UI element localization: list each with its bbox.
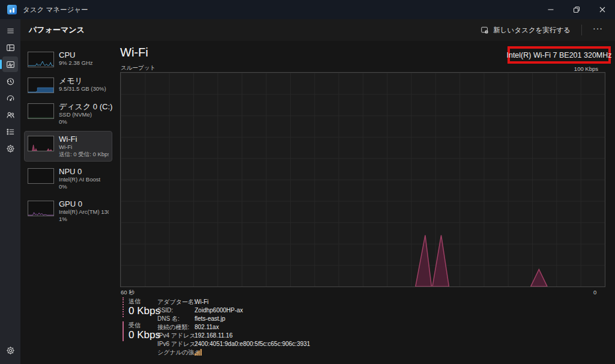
npu-title: NPU 0 (59, 167, 100, 176)
disk-type: SSD (NVMe) (59, 111, 109, 118)
content-header: パフォーマンス 新しいタスクを実行する ··· (20, 19, 615, 41)
sidebar-item-npu0[interactable]: NPU 0 Intel(R) AI Boost 0% (24, 163, 112, 194)
nav-item-users[interactable] (2, 107, 18, 123)
receive-label: 受信 (129, 321, 160, 329)
page-title: パフォーマンス (29, 25, 85, 35)
header-separator (581, 25, 582, 35)
close-icon (598, 5, 607, 14)
receive-value: 0 Kbps (129, 329, 160, 341)
detail-row-ssid: SSID: Zoidhp6000HP-ax (157, 306, 310, 315)
detail-row-ipv4: IPv4 アドレス: 192.168.11.16 (157, 332, 310, 340)
chart-label-throughput: スループット (121, 64, 156, 72)
memory-mini-chart (28, 77, 54, 93)
performance-icon (6, 60, 15, 69)
wifi-title: Wi-Fi (59, 135, 109, 144)
memory-stats: 9.5/31.5 GB (30%) (59, 85, 106, 93)
services-gear-icon (6, 144, 15, 153)
send-stat: 送信 0 Kbps (123, 297, 160, 317)
detail-row-signal-strength: シグナルの強さ: (157, 348, 310, 357)
details-list-icon (6, 127, 15, 136)
adapter-name-text: Intel(R) Wi-Fi 7 BE201 320MHz (506, 51, 611, 59)
run-new-task-icon (480, 26, 489, 34)
gpu-device: Intel(R) Arc(TM) 130V G. (59, 208, 109, 216)
chart-xaxis-left-label: 60 秒 (121, 289, 135, 297)
wifi-detail-panel: Wi-Fi Intel(R) Wi-Fi 7 BE201 320MHz スループ… (114, 41, 615, 364)
sidebar-item-cpu[interactable]: CPU 9% 2.38 GHz (24, 47, 112, 71)
restore-button[interactable] (563, 0, 589, 19)
adapter-name-annotation: Intel(R) Wi-Fi 7 BE201 320MHz (507, 46, 611, 64)
window-title: タスク マネージャー (23, 5, 88, 14)
adapter-details: アダプター名: Wi-Fi SSID: Zoidhp6000HP-ax DNS … (157, 298, 310, 357)
npu-mini-chart (28, 168, 54, 184)
gpu-usage: 1% (59, 216, 109, 223)
users-icon (6, 111, 15, 120)
settings-gear-icon (6, 346, 15, 355)
throughput-chart-svg (121, 73, 605, 287)
panel-title: Wi-Fi (120, 46, 148, 59)
nav-item-services[interactable] (2, 141, 18, 156)
receive-stat: 受信 0 Kbps (123, 321, 160, 341)
wifi-mini-chart (28, 136, 54, 151)
gpu-mini-chart (28, 201, 54, 216)
cpu-title: CPU (59, 50, 93, 59)
restore-icon (572, 5, 581, 14)
processes-icon (6, 43, 15, 52)
history-clock-icon (6, 77, 15, 86)
close-button[interactable] (589, 0, 615, 19)
detail-row-adapter-name: アダプター名: Wi-Fi (157, 298, 310, 306)
menu-button[interactable] (2, 23, 18, 38)
task-manager-window: タスク マネージャー (0, 0, 615, 364)
gpu-title: GPU 0 (59, 199, 109, 208)
cpu-mini-chart (28, 52, 54, 67)
sidebar-item-memory[interactable]: メモリ 9.5/31.5 GB (30%) (24, 73, 112, 97)
detail-row-ipv6: IPv6 アドレス: 2400:4051:9da0:e800:5f5c:c65c… (157, 340, 310, 348)
startup-gauge-icon (6, 94, 15, 103)
chart-xaxis-right-label: 0 (593, 289, 596, 296)
send-value: 0 Kbps (129, 305, 160, 317)
disk-usage: 0% (59, 118, 109, 126)
npu-device: Intel(R) AI Boost (59, 176, 100, 183)
titlebar: タスク マネージャー (0, 0, 615, 19)
throughput-stats: 送信 0 Kbps 受信 0 Kbps (123, 297, 160, 345)
nav-item-processes[interactable] (2, 40, 18, 55)
run-new-task-label: 新しいタスクを実行する (493, 26, 571, 35)
throughput-chart (120, 72, 605, 287)
nav-item-performance[interactable] (2, 56, 18, 72)
memory-title: メモリ (59, 76, 106, 85)
nav-item-startup-apps[interactable] (2, 90, 18, 106)
cpu-stats: 9% 2.38 GHz (59, 59, 93, 67)
sidebar-item-disk0[interactable]: ディスク 0 (C:) SSD (NVMe) 0% (24, 99, 112, 129)
minimize-icon (547, 5, 555, 14)
sidebar-item-wifi[interactable]: Wi-Fi Wi-Fi 送信: 0 受信: 0 Kbps (24, 131, 112, 162)
disk-title: ディスク 0 (C:) (59, 102, 109, 111)
performance-sidebar: CPU 9% 2.38 GHz メモリ 9.5/31.5 GB (30%) ディ… (20, 41, 114, 364)
detail-row-connection-type: 接続の種類: 802.11ax (157, 323, 310, 332)
hamburger-menu-icon (6, 26, 15, 35)
navigation-rail (0, 19, 20, 364)
send-label: 送信 (129, 297, 160, 305)
wifi-throughput: 送信: 0 受信: 0 Kbps (59, 151, 109, 158)
wifi-subtitle: Wi-Fi (59, 144, 109, 151)
signal-strength-icon (195, 348, 203, 357)
disk-mini-chart (28, 103, 54, 119)
npu-usage: 0% (59, 183, 100, 190)
detail-row-dns: DNS 名: flets-east.jp (157, 315, 310, 323)
sidebar-item-gpu0[interactable]: GPU 0 Intel(R) Arc(TM) 130V G. 1% (24, 196, 112, 226)
nav-item-details[interactable] (2, 124, 18, 139)
run-new-task-button[interactable]: 新しいタスクを実行する (474, 23, 577, 38)
chart-scale-label: 100 Kbps (574, 65, 598, 72)
more-options-button[interactable]: ··· (587, 22, 609, 38)
settings-button[interactable] (2, 342, 18, 358)
nav-item-app-history[interactable] (2, 73, 18, 89)
task-manager-app-icon (7, 5, 17, 14)
minimize-button[interactable] (538, 0, 563, 19)
